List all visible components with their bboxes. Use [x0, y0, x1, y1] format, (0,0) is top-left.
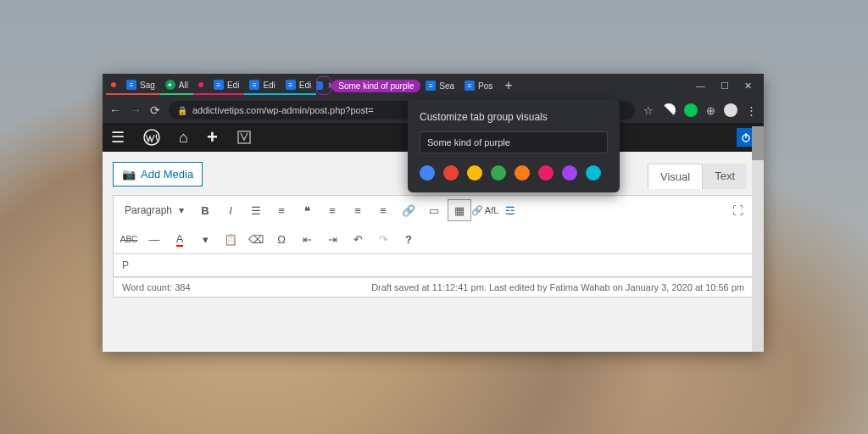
tab-group-marker[interactable]: × [316, 76, 331, 95]
tab[interactable] [106, 76, 121, 95]
tab[interactable]: ≡Sag [121, 76, 160, 95]
tab[interactable]: ≡Pos [459, 76, 498, 95]
scrollbar[interactable] [752, 126, 764, 352]
clear-format-button[interactable]: ⌫ [244, 228, 268, 250]
extension-icon[interactable] [662, 103, 676, 117]
checklist-button[interactable]: ☲ [498, 199, 522, 221]
favicon-icon [316, 81, 323, 90]
toolbar-toggle-button[interactable]: ▦ [448, 199, 471, 221]
tab[interactable] [193, 76, 209, 95]
menu-icon[interactable]: ☰ [111, 128, 125, 147]
group-name-input[interactable] [420, 131, 608, 153]
bold-button[interactable]: B [193, 199, 217, 221]
editor-path: P [113, 254, 754, 277]
extension-icon[interactable]: ⊕ [706, 104, 715, 117]
tab-label: Sea [439, 81, 454, 91]
numbered-list-button[interactable]: ≡ [270, 199, 293, 221]
star-icon[interactable]: ☆ [643, 104, 654, 117]
favicon-icon: ≡ [126, 80, 136, 90]
color-option-orange[interactable] [515, 165, 530, 181]
color-option-blue[interactable] [420, 165, 435, 181]
bullet-list-button[interactable]: ☰ [244, 199, 268, 221]
tab-group-pill[interactable]: Some kind of purple [331, 80, 420, 92]
read-more-button[interactable]: ▭ [422, 199, 446, 221]
format-label: Paragraph [125, 204, 172, 216]
tab-label: All [179, 81, 188, 90]
extension-icon[interactable] [684, 103, 698, 117]
color-option-cyan[interactable] [586, 165, 601, 181]
yoast-icon[interactable] [236, 130, 252, 145]
hr-button[interactable]: — [142, 228, 166, 250]
align-center-button[interactable]: ≡ [346, 199, 370, 221]
url-text: addictivetips.com/wp-admin/post.php?post… [192, 105, 374, 115]
indent-button[interactable]: ⇥ [320, 228, 344, 250]
visual-tab[interactable]: Visual [648, 164, 703, 189]
blockquote-button[interactable]: ❝ [295, 199, 319, 221]
browser-window: ≡Sag ✦All ≡Edi ≡Edi ≡Edi × Some kind of … [103, 74, 764, 352]
tab[interactable]: ✦All [160, 76, 193, 95]
tab-label: Edi [227, 81, 239, 90]
add-media-button[interactable]: 📷 Add Media [113, 162, 203, 186]
tab[interactable]: ≡Edi [209, 76, 244, 95]
color-dot-icon [198, 82, 203, 87]
back-icon[interactable]: ← [109, 103, 121, 117]
popup-title: Customize tab group visuals [420, 111, 608, 123]
tab-label: Edi [299, 81, 311, 90]
tab[interactable]: ≡Edi [281, 76, 316, 95]
special-char-button[interactable]: Ω [270, 228, 293, 250]
tab[interactable]: ≡Edi [244, 76, 280, 95]
text-tab[interactable]: Text [703, 164, 747, 189]
help-button[interactable]: ? [397, 228, 420, 250]
camera-icon: 📷 [122, 168, 136, 181]
fullscreen-button[interactable]: ⛶ [726, 199, 749, 221]
color-option-red[interactable] [443, 165, 459, 181]
tab-group-popup: Customize tab group visuals [408, 99, 620, 192]
tab-strip: ≡Sag ✦All ≡Edi ≡Edi ≡Edi × Some kind of … [106, 74, 687, 97]
favicon-icon: ≡ [465, 81, 475, 91]
color-option-green[interactable] [491, 165, 506, 181]
word-count: Word count: 384 [122, 282, 191, 292]
scroll-thumb[interactable] [752, 126, 764, 160]
editor-status-bar: Word count: 384 Draft saved at 11:12:41 … [113, 277, 754, 298]
add-icon[interactable]: + [207, 126, 218, 148]
save-status: Draft saved at 11:12:41 pm. Last edited … [371, 282, 744, 292]
color-option-yellow[interactable] [467, 165, 482, 181]
text-color-button[interactable]: A [168, 228, 192, 250]
avatar-icon[interactable] [724, 103, 737, 117]
window-controls: — ☐ ✕ [687, 81, 760, 92]
color-picker-row [420, 165, 608, 181]
menu-icon[interactable]: ⋮ [746, 104, 757, 117]
tab-label: Edi [263, 81, 275, 90]
close-icon[interactable]: ✕ [744, 81, 752, 92]
italic-button[interactable]: I [219, 199, 242, 221]
new-tab-button[interactable]: + [498, 78, 519, 93]
favicon-icon: ≡ [249, 80, 259, 90]
maximize-icon[interactable]: ☐ [721, 81, 729, 92]
color-option-purple[interactable] [562, 165, 577, 181]
format-dropdown[interactable]: Paragraph▾ [117, 200, 192, 220]
tab[interactable]: ≡Sea [420, 76, 459, 95]
text-color-picker[interactable]: ▾ [193, 228, 217, 250]
link-button[interactable]: 🔗 [397, 199, 420, 221]
tab-label: Sag [140, 81, 155, 90]
chevron-down-icon: ▾ [179, 204, 184, 216]
tab-label: Pos [478, 81, 492, 91]
favicon-icon: ≡ [214, 80, 224, 90]
redo-button[interactable]: ↷ [371, 228, 395, 250]
add-media-label: Add Media [141, 168, 193, 181]
minimize-icon[interactable]: — [696, 81, 705, 92]
outdent-button[interactable]: ⇤ [295, 228, 319, 250]
home-icon[interactable]: ⌂ [179, 129, 188, 147]
wordpress-icon[interactable] [143, 129, 160, 146]
color-option-pink[interactable] [538, 165, 554, 181]
afl-button[interactable]: 🔗AfL [473, 199, 497, 221]
reload-icon[interactable]: ⟳ [150, 103, 160, 117]
forward-icon[interactable]: → [130, 103, 142, 117]
align-left-button[interactable]: ≡ [320, 199, 344, 221]
strikethrough-button[interactable]: ABC [117, 228, 141, 250]
undo-button[interactable]: ↶ [346, 228, 370, 250]
favicon-icon: ≡ [286, 80, 296, 90]
favicon-icon: ✦ [165, 80, 175, 90]
paste-text-button[interactable]: 📋 [219, 228, 242, 250]
align-right-button[interactable]: ≡ [371, 199, 395, 221]
